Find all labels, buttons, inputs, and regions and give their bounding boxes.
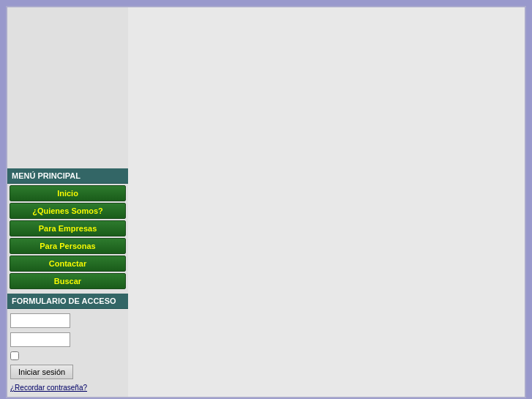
menu-item-quienes-somos[interactable]: ¿Quienes Somos? xyxy=(10,203,126,219)
remember-checkbox[interactable] xyxy=(10,351,19,360)
menu-item-inicio[interactable]: Inicio xyxy=(10,185,126,201)
login-form: Iniciar sesión ¿Recordar contraseña? xyxy=(7,309,128,397)
left-panel: MENÚ PRINCIPAL Inicio ¿Quienes Somos? Pa… xyxy=(7,7,128,397)
menu-item-para-empresas[interactable]: Para Empresas xyxy=(10,220,126,236)
menu-item-contactar[interactable]: Contactar xyxy=(10,256,126,272)
form-header: FORMULARIO DE ACCESO xyxy=(7,294,128,309)
forgot-password-link[interactable]: ¿Recordar contraseña? xyxy=(10,384,87,392)
login-button[interactable]: Iniciar sesión xyxy=(10,365,73,379)
menu-header: MENÚ PRINCIPAL xyxy=(7,168,128,184)
remember-row xyxy=(10,351,125,360)
main-container: MENÚ PRINCIPAL Inicio ¿Quienes Somos? Pa… xyxy=(6,6,526,398)
password-input[interactable] xyxy=(10,332,70,347)
menu-item-buscar[interactable]: Buscar xyxy=(10,273,126,289)
username-input[interactable] xyxy=(10,313,70,328)
menu-item-para-personas[interactable]: Para Personas xyxy=(10,238,126,254)
right-panel xyxy=(128,7,525,397)
